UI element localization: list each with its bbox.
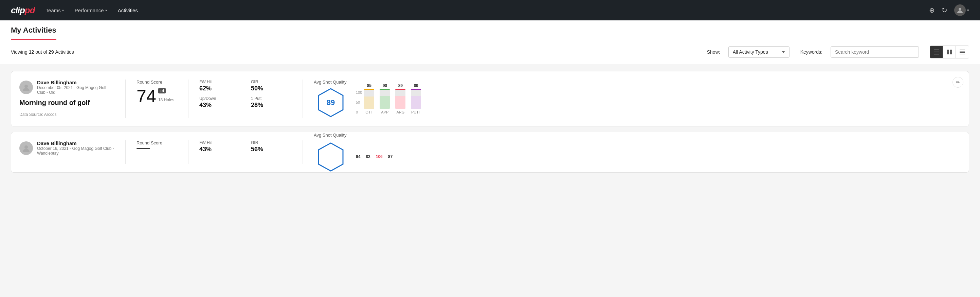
view-toggle bbox=[930, 46, 969, 59]
svg-rect-5 bbox=[950, 50, 952, 52]
bar-arg-value: 89 bbox=[398, 83, 403, 88]
viewing-sep: out of bbox=[35, 49, 47, 55]
filter-bar: Viewing 12 out of 29 Activities Show: Al… bbox=[0, 40, 980, 64]
card-stats: FW Hit 62% Up/Down 43% bbox=[199, 80, 240, 118]
one-putt-label: 1 Putt bbox=[251, 96, 292, 101]
activity-card: ✏ Dave Billingham December 05, 2021 - Go… bbox=[11, 71, 969, 126]
user-avatar bbox=[19, 81, 33, 94]
bar-chart: 100 50 0 85 OTT bbox=[356, 84, 421, 114]
updown-stat: Up/Down 43% bbox=[199, 96, 240, 109]
card-user-2: Dave Billingham October 16, 2021 - Gog M… bbox=[19, 141, 115, 156]
nav-performance-chevron-icon: ▾ bbox=[105, 8, 107, 12]
bar-arg-label: ARG bbox=[396, 110, 404, 114]
fw-hit-value: 62% bbox=[199, 85, 240, 92]
search-input[interactable] bbox=[830, 46, 919, 58]
navbar-right: ⊕ ↻ ▾ bbox=[929, 5, 969, 16]
bar-ott-marker bbox=[364, 89, 374, 90]
bar-putt-marker bbox=[411, 89, 421, 90]
bars: 85 OTT 90 bbox=[364, 90, 421, 114]
y-axis-50: 50 bbox=[356, 100, 362, 104]
nav-performance[interactable]: Performance ▾ bbox=[75, 5, 107, 16]
logo[interactable]: clippd bbox=[11, 5, 35, 16]
divider bbox=[188, 80, 188, 118]
svg-rect-6 bbox=[947, 52, 949, 54]
y-axis: 100 50 0 bbox=[356, 90, 362, 114]
bar-ott-wrap bbox=[364, 89, 374, 109]
hexagon-2 bbox=[317, 142, 344, 172]
avatar bbox=[954, 5, 966, 16]
svg-rect-3 bbox=[934, 54, 939, 54]
edit-button[interactable]: ✏ bbox=[953, 77, 963, 88]
refresh-button[interactable]: ↻ bbox=[942, 6, 947, 14]
bar-app-label: APP bbox=[381, 110, 388, 114]
card-stats-4: GIR 56% bbox=[251, 141, 292, 164]
activity-type-select[interactable]: All Activity Types bbox=[729, 46, 789, 58]
bar-arg-value-2: 106 bbox=[376, 154, 383, 159]
bar-arg-wrap bbox=[395, 89, 406, 109]
updown-label: Up/Down bbox=[199, 96, 240, 101]
gir-value: 50% bbox=[251, 85, 292, 92]
user-chevron-icon: ▾ bbox=[967, 8, 969, 13]
score-line bbox=[137, 148, 150, 149]
svg-point-0 bbox=[959, 8, 961, 11]
shot-quality-2: Avg Shot Quality bbox=[314, 133, 348, 172]
bar-app-fill bbox=[380, 96, 390, 109]
bar-putt-2: 87 bbox=[388, 154, 393, 159]
user-date: December 05, 2021 - Gog Magog Golf Club … bbox=[37, 85, 115, 95]
divider bbox=[302, 141, 303, 164]
shot-quality-label: Avg Shot Quality bbox=[314, 80, 347, 85]
bar-arg-fill bbox=[395, 96, 406, 109]
bar-ott-label: OTT bbox=[365, 110, 373, 114]
bar-app-value: 90 bbox=[383, 83, 387, 88]
keywords-label: Keywords: bbox=[800, 49, 822, 55]
add-button[interactable]: ⊕ bbox=[929, 6, 935, 14]
nav-teams[interactable]: Teams ▾ bbox=[46, 5, 64, 16]
one-putt-stat: 1 Putt 28% bbox=[251, 96, 292, 109]
one-putt-value: 28% bbox=[251, 102, 292, 109]
bar-putt-value: 89 bbox=[414, 83, 418, 88]
hexagon-score: 89 bbox=[327, 98, 335, 107]
divider bbox=[125, 80, 126, 118]
card-stats-3: FW Hit 43% bbox=[199, 141, 240, 164]
round-score-label-2: Round Score bbox=[137, 141, 177, 145]
nav-teams-label: Teams bbox=[46, 8, 61, 13]
view-list-button[interactable] bbox=[930, 46, 943, 58]
bar-app-wrap bbox=[380, 89, 390, 109]
user-avatar-2 bbox=[19, 141, 33, 155]
bar-chart-section: 100 50 0 85 OTT bbox=[356, 80, 421, 118]
bar-arg-marker bbox=[395, 89, 406, 90]
fw-hit-label: FW Hit bbox=[199, 80, 240, 84]
svg-rect-10 bbox=[959, 52, 965, 53]
view-compact-button[interactable] bbox=[956, 46, 969, 58]
nav-activities-label: Activities bbox=[118, 8, 138, 13]
bar-ott-value: 85 bbox=[367, 83, 371, 88]
svg-point-14 bbox=[24, 145, 28, 149]
bar-app-value-2: 82 bbox=[366, 154, 370, 159]
round-score-section-2: Round Score bbox=[137, 141, 177, 164]
activities-list: ✏ Dave Billingham December 05, 2021 - Go… bbox=[0, 64, 980, 179]
gir-label-2: GIR bbox=[251, 141, 292, 145]
divider bbox=[188, 141, 188, 164]
card-info-2: Dave Billingham October 16, 2021 - Gog M… bbox=[19, 141, 115, 164]
bar-ott: 85 OTT bbox=[364, 83, 374, 114]
card-info: Dave Billingham December 05, 2021 - Gog … bbox=[19, 80, 115, 118]
bar-putt-label: PUTT bbox=[411, 110, 421, 114]
score-badge: +4 bbox=[158, 88, 166, 93]
nav-teams-chevron-icon: ▾ bbox=[62, 8, 64, 12]
bar-putt-value-2: 87 bbox=[388, 154, 393, 159]
svg-rect-4 bbox=[947, 50, 949, 52]
gir-value-2: 56% bbox=[251, 146, 292, 153]
viewing-number: 12 bbox=[29, 49, 34, 55]
divider bbox=[125, 141, 126, 164]
activity-card-2: Dave Billingham October 16, 2021 - Gog M… bbox=[11, 132, 969, 172]
gir-stat-2: GIR 56% bbox=[251, 141, 292, 153]
user-name-2: Dave Billingham bbox=[37, 141, 115, 146]
bar-chart-section-2: 94 82 106 87 bbox=[356, 145, 393, 159]
user-name: Dave Billingham bbox=[37, 80, 115, 85]
user-menu[interactable]: ▾ bbox=[954, 5, 969, 16]
page-title: My Activities bbox=[11, 26, 56, 40]
fw-hit-stat: FW Hit 62% bbox=[199, 80, 240, 92]
nav-activities[interactable]: Activities bbox=[118, 5, 138, 16]
y-axis-0: 0 bbox=[356, 110, 362, 114]
view-grid-button[interactable] bbox=[943, 46, 956, 58]
